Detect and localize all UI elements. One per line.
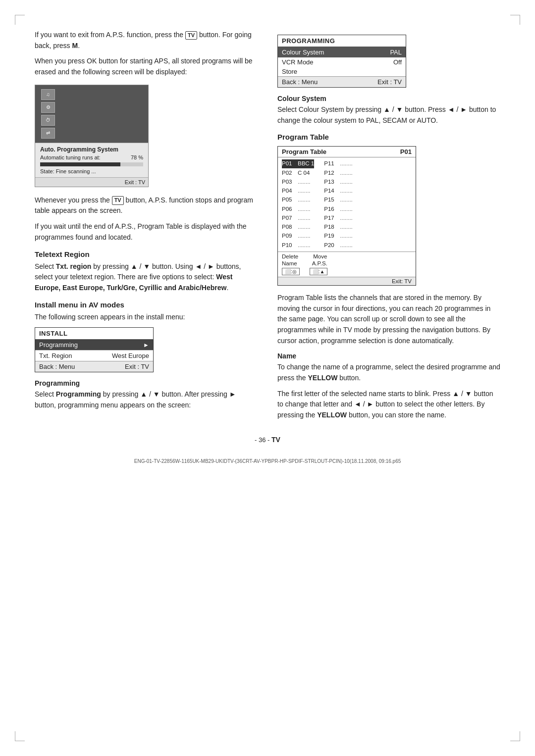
pt-delete-label: Delete (282, 253, 298, 259)
pt-name-label: Name (282, 260, 297, 266)
aps-screen-mockup: ♫ ⚙ ⏱ ⇌ Auto. Programming System Aut (35, 85, 149, 187)
pt-footer-icons: ⬜:◎ ⬜:▲ (282, 268, 412, 275)
tv-icon-inline: TV (185, 31, 197, 40)
prog-store-label: Store (282, 68, 297, 75)
prog-colour-value: PAL (390, 49, 402, 56)
colour-system-heading: Colour System (277, 95, 500, 102)
prog-exit-label: Exit : TV (377, 78, 402, 86)
install-row-programming: Programming ► (35, 340, 153, 350)
aps-progress-bar (40, 162, 143, 166)
prog-row-vcr: VCR Mode Off (278, 57, 406, 67)
pt-row-p16: P16 ........ (324, 205, 353, 213)
pt-row-p18: P18 ........ (324, 223, 353, 231)
teletext-heading: Teletext Region (35, 250, 258, 258)
corner-mark-bl (15, 731, 25, 741)
aps-exit-label: Exit : TV (35, 177, 148, 187)
pt-row-p11: P11 ........ (324, 159, 353, 168)
pt-footer-row2: Name A.P.S. (282, 260, 412, 266)
para-aps-exit: If you want to exit from A.P.S. function… (35, 30, 258, 51)
main-content: If you want to exit from A.P.S. function… (35, 30, 500, 426)
name-para-2: The first letter of the selected name st… (277, 389, 500, 421)
left-column: If you want to exit from A.P.S. function… (35, 30, 258, 416)
footer-doc: ENG-01-TV-22856W-1165UK-MB29-UKIDTV-(36C… (35, 458, 500, 464)
pt-icon-box-1: ⬜:◎ (282, 268, 300, 275)
corner-mark-tr (510, 15, 520, 25)
aps-icon-row-2: ⚙ (41, 102, 142, 113)
pt-header: Program Table P01 (278, 147, 416, 157)
pt-exit: Exit: TV (278, 277, 416, 285)
install-row-txt: Txt. Region West Europe (35, 350, 153, 361)
para-ok-button: When you press OK button for starting AP… (35, 56, 258, 77)
install-bottom-row: Back : Menu Exit : TV (35, 361, 153, 372)
aps-info-line1: Automatic tuning runs at: 78 % (40, 154, 143, 160)
prog-row-colour: Colour System PAL (278, 47, 406, 57)
para-tv-button: Whenever you press the TV button, A.P.S.… (35, 195, 258, 216)
tv-icon-inline-2: TV (112, 196, 124, 204)
pt-footer-row1: Delete Move (282, 253, 412, 259)
aps-icon-timer: ⏱ (41, 115, 55, 126)
install-txt-value: West Europe (112, 352, 149, 359)
aps-icon-row-4: ⇌ (41, 128, 142, 139)
page-container: If you want to exit from A.P.S. function… (0, 0, 535, 756)
pt-col-left: P01 BBC 1 P02 C 04 P03 ........ P04 (282, 159, 314, 250)
program-table-heading: Program Table (277, 133, 500, 141)
pt-move-label: Move (313, 253, 327, 259)
prog-vcr-value: Off (393, 58, 402, 66)
aps-info-title: Auto. Programming System (40, 146, 143, 153)
pt-row-p08: P08 ........ (282, 223, 314, 231)
pt-icon-box-2: ⬜:▲ (310, 268, 328, 275)
pt-row-p13: P13 ........ (324, 178, 353, 186)
aps-icon-music: ♫ (41, 89, 55, 100)
aps-info-box: Auto. Programming System Automatic tunin… (35, 143, 148, 177)
prog-colour-label: Colour System (282, 49, 324, 56)
program-table-box: Program Table P01 P01 BBC 1 P02 C 04 (277, 146, 416, 286)
pt-row-p17: P17 ........ (324, 214, 353, 222)
programming-subheading: Programming (35, 379, 258, 387)
install-heading: Install menu in AV modes (35, 301, 258, 309)
tv-label: TV (271, 436, 280, 444)
pt-row-p09: P09 ........ (282, 232, 314, 240)
corner-mark-br (510, 731, 520, 741)
programming-para: Select Programming by pressing ▲ / ▼ but… (35, 389, 258, 410)
teletext-para: Select Txt. region by pressing ▲ / ▼ but… (35, 261, 258, 294)
install-exit-label: Exit : TV (125, 363, 149, 370)
pt-footer: Delete Move Name A.P.S. ⬜:◎ ⬜:▲ (278, 252, 416, 277)
prog-back-label: Back : Menu (282, 78, 318, 86)
pt-row-p06: P06 ........ (282, 205, 314, 213)
pt-row-p15: P15 ........ (324, 196, 353, 204)
aps-icon-row-3: ⏱ (41, 115, 142, 126)
pt-row-p04: P04 ........ (282, 187, 314, 195)
install-back-label: Back : Menu (39, 363, 75, 370)
pt-row-p05: P05 ........ (282, 196, 314, 204)
aps-icons-area: ♫ ⚙ ⏱ ⇌ (35, 85, 148, 143)
pt-row-p01: P01 BBC 1 (282, 159, 314, 168)
aps-icon-row-1: ♫ (41, 89, 142, 100)
para-wait-aps: If you wait until the end of A.P.S., Pro… (35, 221, 258, 243)
aps-icon-settings: ⚙ (41, 102, 55, 113)
page-bottom: - 36 - TV (35, 436, 500, 444)
install-box: INSTALL Programming ► Txt. Region West E… (35, 327, 154, 372)
install-title: INSTALL (35, 328, 153, 340)
pt-col-right: P11 ........ P12 ........ P13 ........ (324, 159, 353, 250)
name-heading: Name (277, 352, 500, 360)
install-txt-label: Txt. Region (39, 352, 72, 359)
install-programming-arrow: ► (143, 342, 149, 349)
programming-box: PROGRAMMING Colour System PAL VCR Mode O… (277, 35, 406, 88)
corner-mark-tl (15, 15, 25, 25)
pt-body: P01 BBC 1 P02 C 04 P03 ........ P04 (278, 157, 416, 252)
pt-header-p01: P01 (400, 148, 412, 155)
pt-header-title: Program Table (282, 148, 326, 155)
prog-vcr-label: VCR Mode (282, 58, 314, 66)
pt-row-p14: P14 ........ (324, 187, 353, 195)
pt-aps-label: A.P.S. (312, 260, 327, 266)
prog-row-store: Store (278, 67, 406, 76)
pt-row-p02: P02 C 04 (282, 169, 314, 177)
name-para-1: To change the name of a programme, selec… (277, 362, 500, 383)
prog-bottom-row: Back : Menu Exit : TV (278, 76, 406, 87)
pt-row-p10: P10 ........ (282, 241, 314, 250)
install-programming-label: Programming (39, 341, 78, 349)
pt-row-p03: P03 ........ (282, 178, 314, 186)
aps-scanning-label: State: Fine scanning ... (40, 168, 143, 174)
programming-box-title: PROGRAMMING (278, 35, 406, 47)
pt-row-p07: P07 ........ (282, 214, 314, 222)
